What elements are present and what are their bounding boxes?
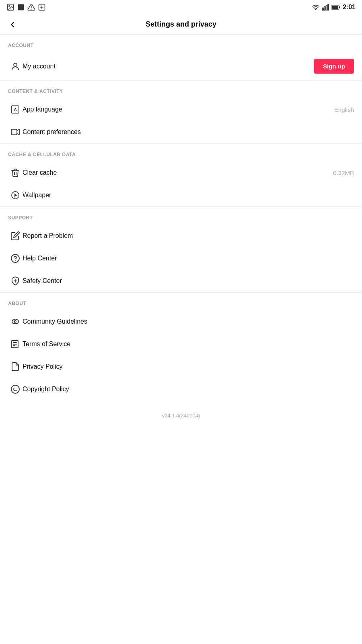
copyright-icon bbox=[8, 384, 23, 394]
content-preferences-row[interactable]: Content preferences bbox=[0, 121, 362, 143]
svg-rect-12 bbox=[332, 6, 338, 9]
shield-plus-icon bbox=[8, 276, 23, 286]
page-title: Settings and privacy bbox=[146, 20, 216, 29]
book-icon bbox=[8, 339, 23, 349]
svg-text:A: A bbox=[14, 107, 16, 112]
status-bar-left bbox=[6, 3, 46, 11]
copyright-policy-label: Copyright Policy bbox=[23, 386, 354, 393]
svg-marker-18 bbox=[14, 194, 17, 197]
video-icon bbox=[8, 127, 23, 137]
wifi-icon bbox=[312, 4, 319, 11]
wallpaper-row[interactable]: Wallpaper bbox=[0, 184, 362, 206]
terms-of-service-row[interactable]: Terms of Service bbox=[0, 333, 362, 355]
section-label-about: ABOUT bbox=[0, 293, 362, 310]
circles-icon bbox=[8, 317, 23, 326]
signal-icon bbox=[322, 4, 329, 11]
section-label-account: ACCOUNT bbox=[0, 35, 362, 52]
report-problem-row[interactable]: Report a Problem bbox=[0, 225, 362, 247]
content-preferences-label: Content preferences bbox=[23, 128, 354, 136]
copyright-policy-row[interactable]: Copyright Policy bbox=[0, 378, 362, 400]
trash-icon bbox=[8, 168, 23, 178]
svg-rect-7 bbox=[324, 7, 325, 10]
section-account: ACCOUNT My account Sign up bbox=[0, 35, 362, 80]
svg-rect-16 bbox=[11, 129, 17, 135]
text-icon bbox=[38, 3, 46, 11]
edit-icon bbox=[8, 231, 23, 241]
svg-point-1 bbox=[9, 6, 10, 6]
svg-point-29 bbox=[11, 385, 19, 393]
terms-of-service-label: Terms of Service bbox=[23, 341, 354, 348]
section-label-content-activity: CONTENT & ACTIVITY bbox=[0, 80, 362, 98]
svg-rect-2 bbox=[18, 4, 24, 10]
section-content-activity: CONTENT & ACTIVITY A App language Englis… bbox=[0, 80, 362, 143]
wallpaper-label: Wallpaper bbox=[23, 192, 354, 199]
language-icon: A bbox=[8, 105, 23, 114]
warning-icon bbox=[27, 3, 35, 11]
help-center-row[interactable]: Help Center bbox=[0, 247, 362, 270]
svg-rect-9 bbox=[328, 4, 329, 10]
safety-center-label: Safety Center bbox=[23, 277, 354, 285]
svg-rect-8 bbox=[326, 6, 327, 10]
image-icon bbox=[6, 3, 14, 11]
signup-button[interactable]: Sign up bbox=[314, 59, 354, 74]
app-language-value: English bbox=[334, 106, 354, 113]
clear-cache-label: Clear cache bbox=[23, 169, 330, 176]
version-info: v24.1.4(240104) bbox=[0, 400, 362, 427]
community-guidelines-row[interactable]: Community Guidelines bbox=[0, 310, 362, 333]
section-support: SUPPORT Report a Problem Help Center Saf… bbox=[0, 207, 362, 292]
settings-content: ACCOUNT My account Sign up CONTENT & ACT… bbox=[0, 35, 362, 427]
square-icon bbox=[17, 3, 25, 11]
privacy-policy-row[interactable]: Privacy Policy bbox=[0, 355, 362, 378]
safety-center-row[interactable]: Safety Center bbox=[0, 270, 362, 292]
privacy-policy-label: Privacy Policy bbox=[23, 363, 354, 370]
status-bar-right: 2:01 bbox=[312, 4, 356, 11]
page-header: Settings and privacy bbox=[0, 14, 362, 35]
community-guidelines-label: Community Guidelines bbox=[23, 318, 354, 325]
svg-point-13 bbox=[14, 63, 17, 66]
status-bar: 2:01 bbox=[0, 0, 362, 14]
file-icon bbox=[8, 362, 23, 372]
battery-icon bbox=[331, 4, 340, 10]
section-cache: CACHE & CELLULAR DATA Clear cache 0.32MB… bbox=[0, 144, 362, 206]
time-display: 2:01 bbox=[343, 4, 356, 11]
clear-cache-size: 0.32MB bbox=[333, 169, 354, 176]
section-label-cache: CACHE & CELLULAR DATA bbox=[0, 144, 362, 161]
app-language-label: App language bbox=[23, 106, 331, 113]
svg-point-24 bbox=[14, 320, 19, 324]
svg-rect-11 bbox=[339, 6, 340, 8]
wallpaper-icon bbox=[8, 190, 23, 200]
svg-point-19 bbox=[11, 254, 19, 262]
section-about: ABOUT Community Guidelines Terms of Serv… bbox=[0, 293, 362, 400]
user-icon bbox=[8, 62, 23, 71]
report-problem-label: Report a Problem bbox=[23, 232, 354, 239]
app-language-row[interactable]: A App language English bbox=[0, 98, 362, 121]
svg-rect-6 bbox=[322, 8, 323, 10]
help-circle-icon bbox=[8, 254, 23, 263]
back-arrow-icon bbox=[8, 20, 17, 29]
back-button[interactable] bbox=[8, 20, 17, 29]
section-label-support: SUPPORT bbox=[0, 207, 362, 225]
my-account-label: My account bbox=[23, 63, 314, 70]
my-account-row[interactable]: My account Sign up bbox=[0, 52, 362, 80]
clear-cache-row[interactable]: Clear cache 0.32MB bbox=[0, 161, 362, 184]
help-center-label: Help Center bbox=[23, 255, 354, 262]
